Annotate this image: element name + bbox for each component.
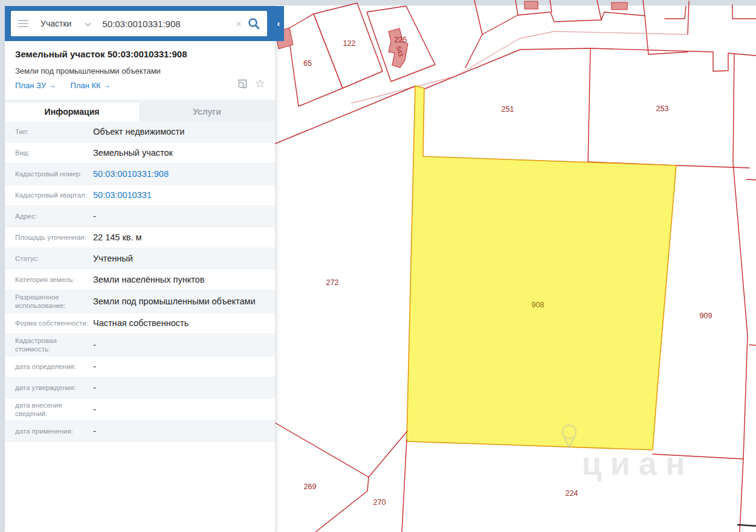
- parcel-label-253: 253: [656, 104, 669, 113]
- boundary-right: [733, 54, 748, 532]
- row-label: дата определения:: [5, 362, 93, 371]
- plan-zu-link[interactable]: План ЗУ →: [15, 81, 56, 90]
- table-row: Тип: Объект недвижимости: [5, 121, 275, 143]
- row-label: Тип:: [5, 127, 93, 136]
- boundary-line: [665, 6, 686, 19]
- boundary-tick-1: [746, 179, 756, 180]
- table-row: Адрес: -: [5, 206, 275, 227]
- row-value: Частная собственность: [93, 318, 275, 329]
- parcel-label-224: 224: [566, 489, 578, 498]
- row-value: Учтенный: [93, 253, 275, 264]
- table-row: дата утверждения: -: [5, 377, 275, 399]
- row-label: дата применения:: [5, 427, 93, 435]
- favorite-star-icon[interactable]: ☆: [255, 78, 265, 90]
- row-label: Кадастровый квартал:: [5, 191, 93, 199]
- clear-icon[interactable]: ×: [236, 19, 242, 29]
- row-label: Статус:: [5, 254, 93, 263]
- row-label: дата утверждения:: [5, 383, 93, 392]
- header-icons: ☆: [237, 78, 265, 90]
- row-label: Кадастровая стоимость:: [5, 336, 93, 353]
- table-row: Вид: Земельный участок: [5, 143, 275, 164]
- parcel-label-909: 909: [700, 312, 712, 320]
- table-row: Кадастровый номер: 50:03:0010331:908: [5, 164, 275, 185]
- row-value: Земельный участок: [93, 147, 275, 159]
- boundary-top-cluster: [465, 12, 551, 68]
- boundary-270-right: [369, 431, 407, 477]
- menu-icon[interactable]: [18, 20, 28, 27]
- search-box[interactable]: Участки 50:03:0010331:908 ×: [11, 11, 267, 36]
- tab-services[interactable]: Услуги: [139, 103, 275, 121]
- parcel-subtitle: Земли под промышленными объектами: [15, 66, 161, 75]
- table-row: дата определения: -: [5, 356, 275, 377]
- row-value-link[interactable]: 50:03:0010331: [93, 190, 275, 201]
- divider-251-253: [588, 48, 590, 162]
- boundary-line: [732, 5, 756, 19]
- parcel-label-251: 251: [502, 105, 514, 114]
- search-input[interactable]: 50:03:0010331:908: [102, 19, 232, 29]
- parcel-label-225: 225: [395, 36, 407, 44]
- row-value: Земли под промышленными объектами: [93, 296, 275, 307]
- parcel-label-270: 270: [373, 498, 386, 507]
- row-label: дата внесения сведений:: [5, 401, 93, 418]
- map-canvas[interactable]: 65122225251253272908909269270224543циан: [275, 0, 756, 532]
- page-title: Земельный участок 50:03:0010331:908: [15, 49, 267, 59]
- boundary-270: [315, 477, 369, 532]
- parcel-info-panel: Земельный участок 50:03:0010331:908 Земл…: [5, 41, 275, 532]
- boundary-line: [688, 1, 689, 34]
- tab-information[interactable]: Информация: [5, 103, 139, 121]
- row-label: Категория земель:: [5, 275, 93, 284]
- row-value: -: [93, 211, 275, 222]
- table-row: Кадастровый квартал: 50:03:0010331: [5, 185, 275, 206]
- table-row: Кадастровая стоимость: -: [5, 334, 275, 356]
- chevron-down-icon[interactable]: [85, 18, 91, 29]
- road-edge-dark: [275, 86, 415, 144]
- watermark-text: циан: [581, 445, 693, 481]
- cadastral-map[interactable]: 65122225251253272908909269270224543циан: [275, 0, 756, 532]
- parcel-label-908: 908: [532, 301, 544, 309]
- building-top-2: [612, 2, 627, 10]
- table-row: Статус: Учтенный: [5, 248, 275, 269]
- collapse-panel-icon[interactable]: ‹: [274, 17, 283, 30]
- plan-kk-link[interactable]: План КК →: [71, 81, 111, 90]
- row-label: Кадастровый номер:: [5, 170, 93, 178]
- row-value: -: [93, 339, 275, 351]
- row-label: Вид:: [5, 149, 93, 157]
- table-row: Форма собственности: Частная собственнос…: [5, 313, 275, 334]
- search-category-dropdown[interactable]: Участки: [40, 19, 71, 28]
- search-panel-header: Участки 50:03:0010331:908 × ‹: [5, 6, 284, 41]
- row-value: -: [93, 404, 275, 415]
- tab-bar: Информация Услуги: [5, 100, 275, 121]
- search-icon[interactable]: [248, 18, 260, 30]
- table-row: дата применения: -: [5, 421, 275, 442]
- row-label: Форма собственности:: [5, 319, 93, 327]
- parcel-908-highlighted[interactable]: [407, 86, 676, 450]
- boundary-tick-2: [749, 345, 756, 345]
- building-top-1: [525, 1, 538, 9]
- row-value: Объект недвижимости: [93, 126, 275, 138]
- parcel-label-65: 65: [303, 59, 312, 68]
- boundary-224-left: [402, 440, 407, 532]
- row-value: -: [93, 382, 275, 394]
- table-row: Площадь уточненная: 22 145 кв. м: [5, 227, 275, 248]
- parcel-label-122: 122: [343, 39, 356, 48]
- plan-preview-icon[interactable]: [237, 79, 248, 90]
- info-table: Тип: Объект недвижимости Вид: Земельный …: [5, 121, 275, 442]
- row-value: Земли населённых пунктов: [93, 274, 275, 286]
- row-label: Разрешенное использование:: [5, 293, 93, 310]
- plan-links: План ЗУ → План КК →: [15, 81, 111, 90]
- row-label: Площадь уточненная:: [5, 233, 93, 242]
- row-value-link[interactable]: 50:03:0010331:908: [93, 168, 275, 180]
- row-value: -: [93, 426, 275, 437]
- boundary-269: [275, 423, 369, 477]
- table-row: дата внесения сведений: -: [5, 399, 275, 421]
- row-value: -: [93, 361, 275, 373]
- table-row: Разрешенное использование: Земли под про…: [5, 290, 275, 313]
- parcel-label-269: 269: [304, 482, 317, 491]
- row-label: Адрес:: [5, 212, 93, 220]
- parcel-label-272: 272: [326, 278, 339, 287]
- row-value: 22 145 кв. м: [93, 232, 275, 243]
- table-row: Категория земель: Земли населённых пункт…: [5, 269, 275, 290]
